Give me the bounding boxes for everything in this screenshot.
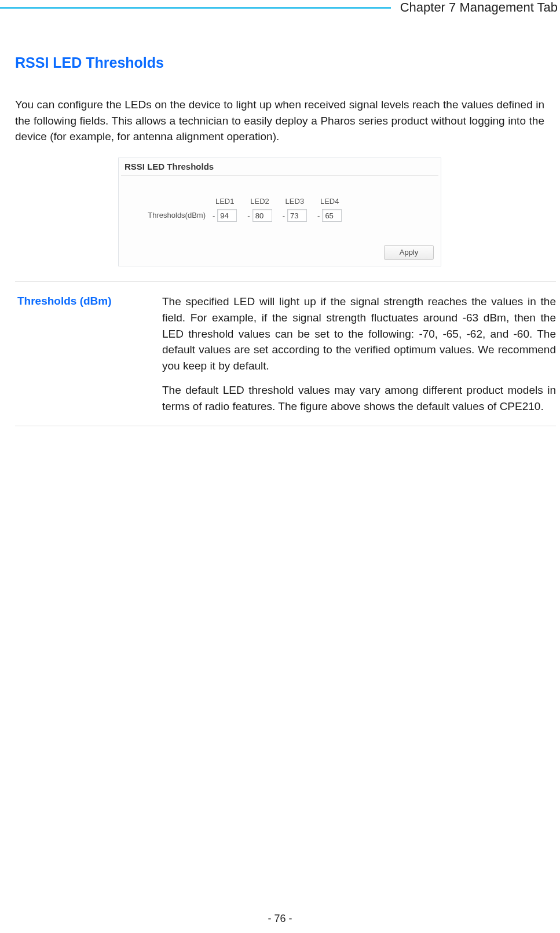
led3-header: LED3 xyxy=(286,197,305,206)
panel-title: RSSI LED Thresholds xyxy=(125,162,214,171)
led3-column: LED3 - xyxy=(283,197,307,222)
minus-sign-icon: - xyxy=(317,211,320,220)
led1-column: LED1 - xyxy=(213,197,237,222)
led4-column: LED4 - xyxy=(317,197,342,222)
header-bar: Chapter 7 Management Tab xyxy=(0,0,560,15)
led4-input[interactable] xyxy=(322,209,342,222)
led1-input[interactable] xyxy=(217,209,237,222)
rssi-thresholds-panel: RSSI LED Thresholds Thresholds(dBm) LED1… xyxy=(118,158,441,266)
intro-paragraph: You can configure the LEDs on the device… xyxy=(15,97,544,145)
chapter-title: Chapter 7 Management Tab xyxy=(400,0,560,15)
minus-sign-icon: - xyxy=(283,211,285,220)
led2-input[interactable] xyxy=(252,209,272,222)
definition-paragraph-2: The default LED threshold values may var… xyxy=(162,382,556,414)
led1-header: LED1 xyxy=(215,197,235,206)
header-rule xyxy=(0,7,391,9)
definition-description: The specified LED will light up if the s… xyxy=(162,294,556,414)
page-number: - 76 - xyxy=(0,913,560,925)
thresholds-row-label: Thresholds(dBm) xyxy=(130,211,213,222)
apply-button[interactable]: Apply xyxy=(384,245,434,260)
definition-paragraph-1: The specified LED will light up if the s… xyxy=(162,294,556,374)
led4-header: LED4 xyxy=(320,197,339,206)
minus-sign-icon: - xyxy=(247,211,250,220)
led2-header: LED2 xyxy=(250,197,269,206)
figure-wrap: RSSI LED Thresholds Thresholds(dBm) LED1… xyxy=(15,158,544,266)
led2-column: LED2 - xyxy=(247,197,272,222)
definition-row: Thresholds (dBm) The specified LED will … xyxy=(15,281,556,426)
section-title: RSSI LED Thresholds xyxy=(15,54,544,71)
definition-term: Thresholds (dBm) xyxy=(17,294,162,414)
led3-input[interactable] xyxy=(287,209,307,222)
minus-sign-icon: - xyxy=(213,211,215,220)
